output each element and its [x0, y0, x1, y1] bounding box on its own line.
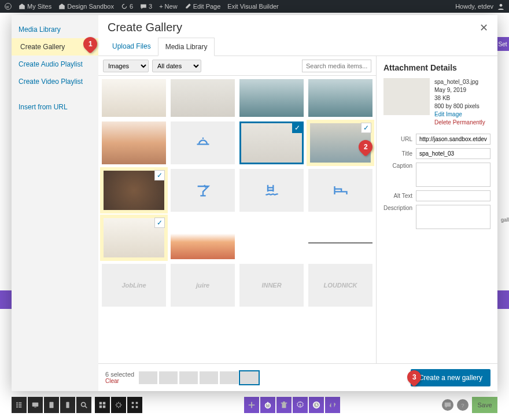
tb-grid[interactable]	[127, 397, 142, 413]
media-item[interactable]	[171, 79, 235, 117]
tb-desktop[interactable]	[28, 397, 43, 413]
details-heading: Attachment Details	[383, 63, 490, 72]
svg-point-2	[16, 402, 18, 404]
my-sites-link[interactable]: My Sites	[19, 3, 51, 10]
mini-thumb[interactable]	[139, 371, 157, 384]
search-input[interactable]	[302, 60, 371, 72]
tb-swap[interactable]	[325, 397, 340, 413]
edit-image-link[interactable]: Edit Image	[434, 110, 485, 119]
media-item[interactable]	[102, 79, 166, 117]
details-filename: spa_hotel_03.jpg	[434, 78, 485, 86]
modal-main: Create Gallery ✕ Upload Files Media Libr…	[98, 15, 497, 391]
close-button[interactable]: ✕	[480, 21, 488, 34]
url-label: URL	[383, 136, 412, 142]
filter-date-select[interactable]: All dates	[152, 60, 201, 72]
media-item[interactable]	[239, 169, 304, 212]
svg-rect-17	[132, 402, 134, 404]
tb-wireframe[interactable]	[95, 397, 110, 413]
tb-history[interactable]	[309, 397, 324, 413]
alt-input[interactable]	[416, 190, 490, 201]
sidebar-item-audio-playlist[interactable]: Create Audio Playlist	[12, 56, 98, 73]
mini-thumb[interactable]	[179, 371, 198, 384]
tb-zoom[interactable]	[76, 397, 91, 413]
tb-tablet[interactable]	[44, 397, 59, 413]
tb-power[interactable]	[260, 397, 275, 413]
sidebar-item-media-library[interactable]: Media Library	[12, 21, 98, 38]
media-item[interactable]	[171, 216, 235, 259]
updates-link[interactable]: 6	[121, 3, 133, 10]
media-item[interactable]: INNER	[239, 264, 304, 307]
gallery-peek: gall	[501, 217, 509, 223]
media-item[interactable]: JobLine	[102, 264, 166, 307]
media-item[interactable]: ✓	[239, 121, 304, 164]
tb-chat[interactable]	[442, 399, 453, 411]
filter-type-select[interactable]: Images	[103, 60, 149, 72]
tb-add[interactable]	[244, 397, 259, 413]
media-item[interactable]: ✓	[102, 169, 166, 212]
builder-toolbar: ? Save	[12, 396, 497, 414]
svg-point-12	[82, 403, 86, 407]
mini-thumb[interactable]	[159, 371, 178, 384]
media-item[interactable]	[308, 79, 372, 117]
media-item[interactable]: LOUDNICK	[308, 264, 372, 307]
media-item[interactable]: juire	[171, 264, 235, 307]
tb-settings[interactable]	[293, 397, 308, 413]
media-item[interactable]: ✓	[102, 216, 166, 259]
desc-input[interactable]	[416, 205, 490, 229]
wp-logo[interactable]	[5, 3, 12, 10]
caption-input[interactable]	[416, 163, 490, 187]
tab-upload-files[interactable]: Upload Files	[105, 38, 158, 56]
clear-link[interactable]: Clear	[105, 378, 134, 384]
settings-tab[interactable]: Set	[496, 37, 509, 51]
save-button[interactable]: Save	[472, 397, 497, 413]
title-input[interactable]	[416, 148, 490, 159]
mini-thumb[interactable]	[240, 371, 259, 384]
details-size: 38 KB	[434, 94, 485, 102]
site-name-link[interactable]: Design Sandbox	[58, 3, 114, 10]
svg-rect-20	[136, 406, 138, 408]
tb-help[interactable]: ?	[457, 399, 469, 411]
svg-text:?: ?	[461, 402, 464, 408]
placeholder-logo: juire	[196, 282, 209, 289]
comments-link[interactable]: 3	[140, 3, 152, 10]
details-dimensions: 800 by 800 pixels	[434, 102, 485, 110]
bed-icon	[333, 182, 349, 198]
mini-thumb[interactable]	[220, 371, 238, 384]
desc-label: Description	[383, 205, 412, 211]
placeholder-logo: INNER	[261, 282, 281, 289]
exit-builder-link[interactable]: Exit Visual Builder	[227, 3, 278, 10]
media-item[interactable]	[308, 216, 372, 259]
new-link[interactable]: + New	[159, 3, 177, 10]
sidebar-item-insert-url[interactable]: Insert from URL	[12, 98, 98, 116]
check-icon: ✓	[292, 123, 303, 133]
tb-trash[interactable]	[276, 397, 292, 413]
attachment-details: Attachment Details spa_hotel_03.jpg May …	[376, 56, 497, 363]
edit-page-link[interactable]: Edit Page	[185, 3, 221, 10]
admin-bar: My Sites Design Sandbox 6 3 + New Edit P…	[0, 0, 509, 13]
url-input[interactable]	[416, 134, 490, 145]
svg-rect-18	[136, 402, 138, 404]
howdy-link[interactable]: Howdy, etdev	[455, 3, 504, 10]
pool-icon	[264, 182, 280, 198]
tb-click[interactable]	[111, 397, 126, 413]
alt-label: Alt Text	[383, 193, 412, 199]
cocktail-icon	[195, 182, 211, 198]
media-item[interactable]	[239, 216, 304, 259]
selected-count: 6 selected	[105, 371, 134, 378]
mini-thumb[interactable]	[200, 371, 218, 384]
caption-label: Caption	[383, 163, 412, 169]
tab-media-library[interactable]: Media Library	[158, 38, 215, 56]
media-item[interactable]	[171, 169, 235, 212]
media-item[interactable]	[102, 121, 166, 164]
sidebar-item-video-playlist[interactable]: Create Video Playlist	[12, 73, 98, 90]
media-item[interactable]	[171, 121, 235, 164]
tb-menu[interactable]	[12, 397, 27, 413]
details-info: spa_hotel_03.jpg May 9, 2019 38 KB 800 b…	[434, 78, 485, 127]
media-item[interactable]	[239, 79, 304, 117]
placeholder-logo: JobLine	[121, 282, 146, 289]
placeholder-logo: LOUDNICK	[323, 282, 357, 289]
delete-link[interactable]: Delete Permanently	[434, 119, 485, 127]
tb-mobile[interactable]	[60, 397, 75, 413]
media-item[interactable]	[308, 169, 372, 212]
create-gallery-button[interactable]: Create a new gallery	[411, 369, 490, 386]
